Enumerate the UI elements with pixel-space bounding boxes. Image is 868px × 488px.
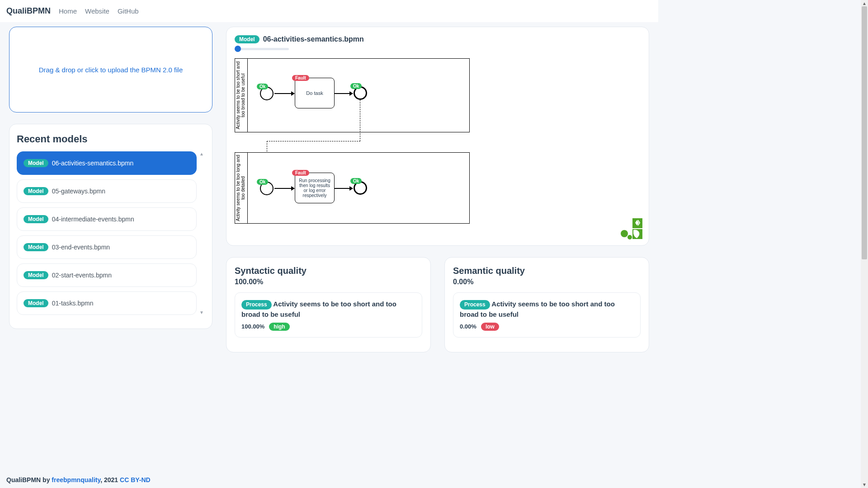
sequence-flow <box>335 93 353 94</box>
zoom-slider-thumb[interactable] <box>235 46 241 52</box>
task-label: Run processing then log results or log e… <box>299 178 330 198</box>
sequence-flow <box>335 188 353 189</box>
model-pill: Model <box>24 187 48 195</box>
recent-item-2[interactable]: Model 04-intermediate-events.bpmn <box>17 207 197 231</box>
recent-item-label: 05-gateways.bpmn <box>52 188 105 195</box>
recent-item-4[interactable]: Model 02-start-events.bpmn <box>17 263 197 287</box>
ok-badge: Ok <box>257 84 268 89</box>
model-pill: Model <box>24 299 48 307</box>
recent-models-title: Recent models <box>17 133 205 145</box>
model-pill: Model <box>24 159 48 167</box>
recent-item-label: 01-tasks.bpmn <box>52 300 94 307</box>
low-badge: low <box>481 323 499 331</box>
task-do-task[interactable]: Do task <box>295 78 335 108</box>
recent-item-label: 03-end-events.bpmn <box>52 244 110 251</box>
ok-badge: Ok <box>257 179 268 185</box>
sequence-flow <box>274 93 294 94</box>
zoom-slider[interactable] <box>235 48 641 50</box>
semantic-item-0[interactable]: Process Activity seems to be too short a… <box>453 292 641 338</box>
upload-prompt: Drag & drop or click to upload the BPMN … <box>39 66 183 74</box>
model-pill: Model <box>235 35 259 43</box>
svg-point-3 <box>627 235 632 239</box>
process-pill: Process <box>241 300 272 310</box>
pool-2: Activity seems to be too long and too de… <box>235 152 470 224</box>
ok-badge: Ok <box>350 83 362 89</box>
model-pill: Model <box>24 215 48 223</box>
semantic-title: Semantic quality <box>453 266 641 276</box>
recent-item-5[interactable]: Model 01-tasks.bpmn <box>17 291 197 315</box>
recent-item-label: 06-activities-semantics.bpmn <box>52 160 134 167</box>
nav-home[interactable]: Home <box>59 7 77 15</box>
nav-github[interactable]: GitHub <box>118 7 139 15</box>
pool-2-label: Activity seems to be too long and too de… <box>236 152 245 224</box>
recent-item-label: 02-start-events.bpmn <box>52 272 112 279</box>
upload-dropzone[interactable]: Drag & drop or click to upload the BPMN … <box>9 27 212 113</box>
brand[interactable]: QualiBPMN <box>6 6 51 16</box>
process-pill: Process <box>460 300 490 310</box>
bpmn-diagram[interactable]: Activity seems to be too short and too b… <box>235 58 641 230</box>
high-badge: high <box>269 323 289 331</box>
pool-1-label: Activity seems to be too short and too b… <box>236 59 245 131</box>
model-pill: Model <box>24 271 48 279</box>
semantic-pct: 0.00% <box>453 278 641 286</box>
sequence-flow <box>274 188 294 189</box>
task-run-processing[interactable]: Run processing then log results or log e… <box>295 173 335 203</box>
fault-badge: Fault <box>292 170 309 176</box>
message-flow <box>360 100 360 141</box>
quality-item-pct: 100.00% <box>241 323 264 330</box>
model-filename: 06-activities-semantics.bpmn <box>263 35 364 43</box>
recent-scroll-down-icon[interactable]: ▼ <box>199 310 204 315</box>
quality-item-pct: 0.00% <box>460 323 476 330</box>
message-flow <box>267 141 360 141</box>
recent-models-panel: Recent models ▲ Model 06-activities-sema… <box>9 124 212 329</box>
recent-scroll-up-icon[interactable]: ▲ <box>199 151 204 156</box>
model-pill: Model <box>24 243 48 251</box>
recent-item-3[interactable]: Model 03-end-events.bpmn <box>17 235 197 259</box>
navbar: QualiBPMN Home Website GitHub <box>0 0 658 22</box>
semantic-quality-panel: Semantic quality 0.00% Process Activity … <box>444 257 649 352</box>
nav-website[interactable]: Website <box>85 7 109 15</box>
recent-item-0[interactable]: Model 06-activities-semantics.bpmn <box>17 151 197 175</box>
syntactic-item-0[interactable]: Process Activity seems to be too short a… <box>235 292 422 338</box>
pool-1: Activity seems to be too short and too b… <box>235 58 470 132</box>
task-label: Do task <box>306 90 323 96</box>
syntactic-title: Syntactic quality <box>235 266 422 276</box>
bpmn-io-logo-icon[interactable] <box>621 217 643 240</box>
ok-badge: Ok <box>350 178 362 184</box>
syntactic-quality-panel: Syntactic quality 100.00% Process Activi… <box>226 257 431 352</box>
model-viewer-panel: Model 06-activities-semantics.bpmn Activ… <box>226 27 649 246</box>
recent-item-label: 04-intermediate-events.bpmn <box>52 216 134 223</box>
recent-item-1[interactable]: Model 05-gateways.bpmn <box>17 179 197 203</box>
fault-badge: Fault <box>292 75 309 81</box>
syntactic-pct: 100.00% <box>235 278 422 286</box>
svg-point-2 <box>621 230 628 237</box>
